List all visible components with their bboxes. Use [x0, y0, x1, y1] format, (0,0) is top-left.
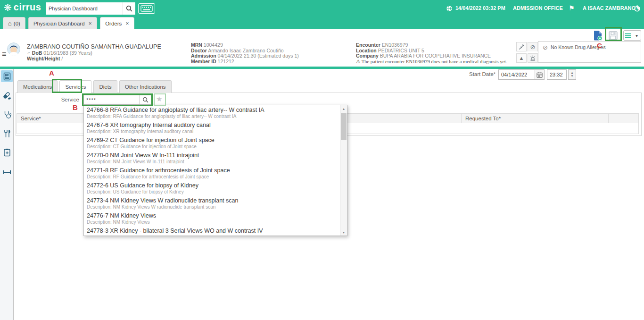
sidebar-item-diets[interactable] — [1, 127, 13, 139]
patient-avatar[interactable] — [7, 42, 20, 56]
allergy-tab-button[interactable]: ⊘ — [528, 42, 538, 51]
weight-height-label: Weight/Height — [27, 56, 60, 61]
chevron-down-icon: ▾ — [636, 33, 638, 38]
sidebar-item-prescriptions[interactable]: R — [1, 70, 13, 82]
order-list-dropdown-button[interactable]: ▾ — [633, 30, 641, 41]
tab-orders[interactable]: Orders ✕ — [100, 17, 134, 29]
location-value: PEDIATRICS UNIT 5 — [378, 48, 424, 53]
prescription-icon: R — [3, 72, 11, 81]
service-description: Description: US Guidance for biopsy of K… — [87, 189, 337, 195]
mrn-label: MRN — [191, 42, 202, 48]
member-id-label: Member ID — [191, 59, 216, 64]
service-result-item[interactable]: 24770-0 NM Joint Views W In-111 intrajoi… — [84, 151, 340, 166]
service-result-item[interactable]: 24767-6 XR tomography Internal auditory … — [84, 120, 340, 135]
patient-menu-icon[interactable]: ≡ — [2, 50, 6, 59]
logo-text: cirrus — [14, 2, 41, 13]
service-description: Description: XR tomography Internal audi… — [87, 129, 337, 135]
service-result-item[interactable]: 24769-2 CT Guidance for injection of Joi… — [84, 135, 340, 151]
order-list-button[interactable] — [623, 30, 633, 41]
service-result-item[interactable]: 24772-6 US Guidance for biopsy of Kidney… — [84, 181, 340, 196]
tab-physician-dashboard[interactable]: Physician Dashboard ✕ — [28, 17, 97, 29]
favorite-star-icon[interactable]: ★ — [156, 95, 162, 103]
admission-value: 04/14/2022 21:30 (Estimated days 1) — [218, 53, 299, 59]
location-label: Location — [356, 48, 377, 53]
sidebar-item-other-indications[interactable] — [1, 146, 13, 158]
service-code-title: 24773-4 NM Kidney Views W radionuclide t… — [87, 197, 337, 204]
no-allergy-icon: ⊘ — [543, 44, 548, 51]
connector-button[interactable] — [516, 42, 527, 51]
scroll-up-icon[interactable]: ▲ — [340, 105, 347, 112]
sidebar-item-services[interactable] — [1, 109, 13, 120]
start-time-input[interactable] — [547, 69, 567, 80]
global-search-input[interactable] — [46, 2, 123, 15]
clipboard-plus-icon — [3, 148, 11, 157]
bed-icon — [3, 168, 11, 177]
service-description: Description: NM Kidney Views W radionucl… — [87, 204, 337, 210]
user-menu[interactable]: A ISAAC ZAMBRANO ▾ — [583, 5, 640, 11]
service-search-button[interactable] — [140, 95, 151, 105]
time-stepper[interactable]: ▲ ▼ — [568, 69, 576, 80]
encounter-label: Encounter — [356, 42, 380, 48]
dob-value: 01/16/1983 (39 Years) — [43, 50, 92, 56]
new-document-icon[interactable] — [593, 30, 603, 41]
order-type-sidebar: R — [0, 69, 14, 320]
column-header-requested-to[interactable]: Requested To* — [462, 114, 609, 123]
tab-medications[interactable]: Medications — [17, 80, 58, 93]
tab-label: Services — [65, 84, 86, 90]
virtual-keyboard-button[interactable] — [138, 3, 155, 14]
alert-triangle-button[interactable]: ▲ — [516, 53, 527, 63]
close-icon[interactable]: ✕ — [125, 21, 129, 26]
alarm-button[interactable] — [528, 53, 538, 63]
dropdown-scrollbar[interactable]: ▲ ▼ — [340, 105, 347, 236]
calendar-button[interactable] — [535, 69, 545, 80]
close-icon[interactable]: ✕ — [89, 21, 92, 26]
service-description: Description: RFA Guidance for angioplast… — [87, 114, 337, 119]
tab-diets[interactable]: Diets — [93, 80, 117, 93]
service-description: Description: NM Kidney Views — [87, 219, 337, 225]
keyboard-icon — [140, 5, 153, 12]
tab-other-indications[interactable]: Other Indications — [119, 80, 172, 93]
tab-label: Diets — [99, 84, 111, 90]
service-result-item[interactable]: 24776-7 NM Kidney Views Description: NM … — [84, 211, 340, 226]
stepper-up-icon[interactable]: ▲ — [571, 71, 574, 75]
service-result-item[interactable]: 24771-8 RF Guidance for arthrocentesis o… — [84, 166, 340, 181]
logout-power-icon[interactable] — [634, 5, 641, 12]
search-icon — [126, 5, 132, 12]
global-search-button[interactable] — [123, 2, 135, 15]
warning-icon: ⚠ — [356, 59, 360, 64]
fork-knife-icon — [3, 129, 11, 138]
service-result-item[interactable]: 24766-8 RFA Guidance for angioplasty of … — [84, 105, 340, 120]
stethoscope-icon — [3, 110, 11, 119]
flag-icon[interactable]: ⚑ — [569, 4, 575, 12]
service-search-input[interactable] — [83, 95, 140, 105]
stepper-down-icon[interactable]: ▼ — [571, 75, 574, 78]
diagnosis-warning-text: The patient encounter EN1036979 does not… — [362, 59, 507, 64]
service-description: Description: NM Joint Views W In-111 int… — [87, 159, 337, 165]
male-icon: ♂ — [27, 50, 31, 56]
svg-text:R: R — [5, 73, 7, 76]
service-code-title: 24776-7 NM Kidney Views — [87, 212, 337, 219]
service-result-item[interactable]: 24773-4 NM Kidney Views W radionuclide t… — [84, 196, 340, 211]
calendar-icon — [537, 72, 543, 78]
service-result-item[interactable]: 24778-3 XR Kidney - bilateral 3 Serial V… — [84, 226, 340, 236]
service-description: Description: CT Guidance for injection o… — [87, 144, 337, 150]
language-globe-icon[interactable] — [446, 5, 453, 12]
header-department[interactable]: ADMISSION OFFICE — [513, 5, 563, 11]
tab-home[interactable]: ⌂ (0) — [3, 17, 25, 29]
top-bar: ❋ cirrus 14/04/2022 03:32 PM ADMISSION O… — [0, 0, 644, 17]
banner-divider — [0, 67, 644, 69]
service-code-title: 24766-8 RFA Guidance for angioplasty of … — [87, 107, 337, 114]
save-icon[interactable] — [608, 31, 618, 41]
service-description: Description: RF Guidance for arthrocente… — [87, 174, 337, 180]
sidebar-item-bed[interactable] — [1, 166, 13, 178]
sidebar-item-medications[interactable] — [1, 90, 13, 101]
service-code-title: 24769-2 CT Guidance for injection of Joi… — [87, 137, 337, 144]
service-code-title: 24778-3 XR Kidney - bilateral 3 Serial V… — [87, 227, 337, 235]
app-window: ❋ cirrus 14/04/2022 03:32 PM ADMISSION O… — [0, 0, 644, 320]
service-label: Service — [47, 97, 79, 102]
scrollbar-thumb[interactable] — [341, 113, 347, 140]
tab-services[interactable]: Services — [59, 80, 91, 93]
logo-icon: ❋ — [4, 3, 12, 12]
scroll-down-icon[interactable]: ▼ — [340, 229, 347, 236]
start-date-input[interactable] — [498, 69, 535, 80]
